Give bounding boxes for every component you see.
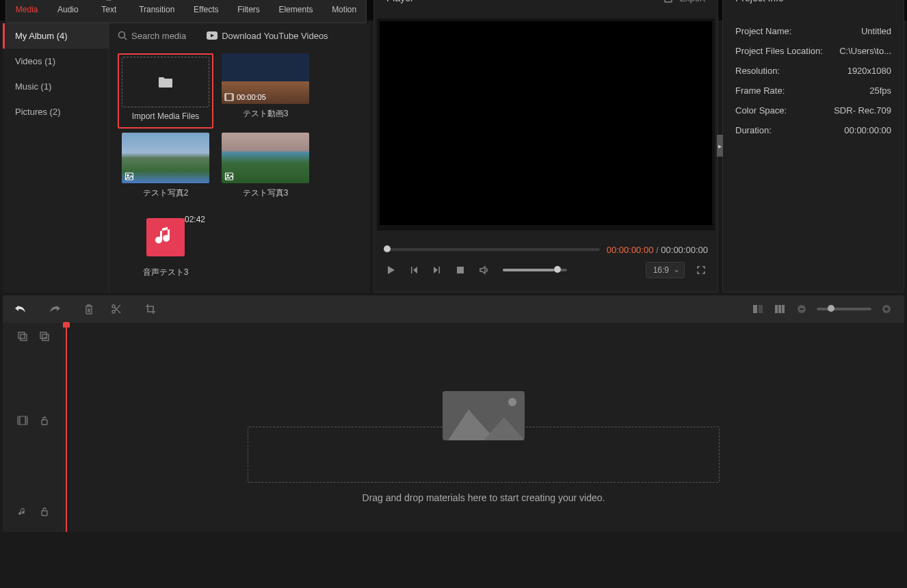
zoom-slider[interactable] <box>817 308 871 310</box>
svg-rect-28 <box>21 334 27 340</box>
media-label: テスト動画3 <box>243 108 289 120</box>
undo-button[interactable] <box>14 302 27 316</box>
zoom-in-button[interactable] <box>880 302 893 316</box>
remove-track-button[interactable] <box>38 330 51 343</box>
download-yt-label: Download YouTube Videos <box>222 31 328 41</box>
media-sidebar: My Album (4) Videos (1) Music (1) Pictur… <box>3 23 109 293</box>
svg-rect-8 <box>225 94 227 101</box>
image-placeholder-icon <box>443 391 525 440</box>
tab-motion[interactable]: Motion <box>322 0 366 23</box>
download-youtube-button[interactable]: Download YouTube Videos <box>207 31 328 41</box>
tab-filters[interactable]: Filters <box>228 0 269 23</box>
prev-frame-button[interactable] <box>407 263 421 277</box>
tab-label: Effects <box>194 5 218 14</box>
player-viewport[interactable] <box>380 21 712 225</box>
tab-audio[interactable]: Audio <box>47 0 88 23</box>
playhead[interactable] <box>66 323 67 532</box>
timeline-area[interactable]: Drag and drop materials here to start cr… <box>3 323 904 532</box>
search-icon <box>118 31 127 40</box>
svg-rect-27 <box>18 332 25 338</box>
info-label: Frame Rate: <box>735 85 785 96</box>
info-value: Untitled <box>861 26 891 36</box>
svg-rect-18 <box>759 305 763 313</box>
volume-slider[interactable] <box>503 269 567 271</box>
player-panel: Player Export 00:00:00:00 / 00:00:00:00 <box>373 0 718 293</box>
play-button[interactable] <box>384 263 397 277</box>
video-track-icon <box>16 414 29 427</box>
tab-label: Audio <box>57 5 79 14</box>
svg-point-11 <box>127 174 129 176</box>
tab-label: Elements <box>278 5 313 14</box>
music-note-icon <box>153 224 179 250</box>
text-icon <box>102 0 116 2</box>
import-media-button[interactable]: Import Media Files <box>118 53 213 129</box>
info-label: Color Space: <box>735 105 787 116</box>
audio-track-icon <box>16 505 29 518</box>
export-icon <box>663 0 674 3</box>
project-info-title: Project Info <box>723 0 904 18</box>
info-value: C:\Users\to... <box>839 46 891 56</box>
export-label: Export <box>679 0 705 3</box>
collapse-panel-button[interactable]: ▸ <box>717 135 723 157</box>
tab-label: Text <box>101 5 116 14</box>
folder-icon <box>158 76 173 88</box>
tab-media[interactable]: Media <box>6 0 47 23</box>
crop-button[interactable] <box>144 302 157 316</box>
svg-rect-19 <box>775 305 778 313</box>
media-grid: Import Media Files 00:00:05 テスト動画3 <box>109 48 369 293</box>
audio-duration: 02:42 <box>185 215 205 224</box>
media-item-photo[interactable]: テスト写真3 <box>218 133 313 208</box>
time-current: 00:00:00:00 <box>607 245 654 255</box>
volume-button[interactable] <box>477 263 490 277</box>
search-media-button[interactable]: Search media <box>118 31 186 41</box>
sidebar-item-music[interactable]: Music (1) <box>3 74 109 99</box>
media-item-video[interactable]: 00:00:05 テスト動画3 <box>218 53 313 129</box>
info-label: Duration: <box>735 125 772 135</box>
media-item-audio[interactable]: 02:42 音声テスト3 <box>118 212 213 287</box>
sidebar-item-my-album[interactable]: My Album (4) <box>3 23 109 49</box>
tab-label: Motion <box>332 5 356 14</box>
timeline-view1-button[interactable] <box>751 302 765 316</box>
fullscreen-button[interactable] <box>694 263 708 277</box>
zoom-out-button[interactable] <box>795 302 809 316</box>
video-duration: 00:00:05 <box>237 93 266 101</box>
dropzone-hint: Drag and drop materials here to start cr… <box>248 492 720 503</box>
svg-rect-17 <box>753 305 757 313</box>
time-separator: / <box>656 245 659 255</box>
svg-point-5 <box>119 32 125 38</box>
sidebar-item-pictures[interactable]: Pictures (2) <box>3 99 109 124</box>
info-value: 25fps <box>869 85 891 96</box>
tab-text[interactable]: Text <box>88 0 129 23</box>
sidebar-item-videos[interactable]: Videos (1) <box>3 49 109 74</box>
next-frame-button[interactable] <box>430 263 444 277</box>
tab-elements[interactable]: Elements <box>270 0 323 23</box>
add-track-button[interactable] <box>16 330 29 343</box>
media-item-photo[interactable]: テスト写真2 <box>118 133 213 208</box>
player-title: Player <box>386 0 414 3</box>
timeline-view2-button[interactable] <box>773 302 787 316</box>
stop-button[interactable] <box>454 263 467 277</box>
lock-track-button[interactable] <box>38 505 51 518</box>
music-note-icon <box>61 0 75 2</box>
tab-effects[interactable]: Effects <box>184 0 228 23</box>
redo-button[interactable] <box>48 302 62 316</box>
timeline-tracks[interactable]: Drag and drop materials here to start cr… <box>64 323 904 532</box>
import-label: Import Media Files <box>132 111 200 121</box>
media-label: テスト写真3 <box>243 187 289 199</box>
lock-track-button[interactable] <box>38 414 51 427</box>
svg-rect-23 <box>800 308 804 310</box>
timeline-dropzone[interactable]: Drag and drop materials here to start cr… <box>248 391 720 503</box>
delete-button[interactable] <box>82 302 96 316</box>
filters-icon <box>241 0 255 2</box>
info-value: SDR- Rec.709 <box>834 105 891 116</box>
image-icon <box>124 172 134 181</box>
tab-transition[interactable]: Transition <box>129 0 184 23</box>
tab-label: Transition <box>139 5 174 14</box>
image-icon <box>224 172 234 181</box>
editor-toolbar <box>3 295 904 323</box>
export-button[interactable]: Export <box>663 0 705 3</box>
split-button[interactable] <box>109 302 123 316</box>
main-tabs: Media Audio Text Transition <box>5 0 367 23</box>
aspect-ratio-dropdown[interactable]: 16:9 <box>646 262 685 278</box>
player-seekbar[interactable] <box>384 248 600 251</box>
